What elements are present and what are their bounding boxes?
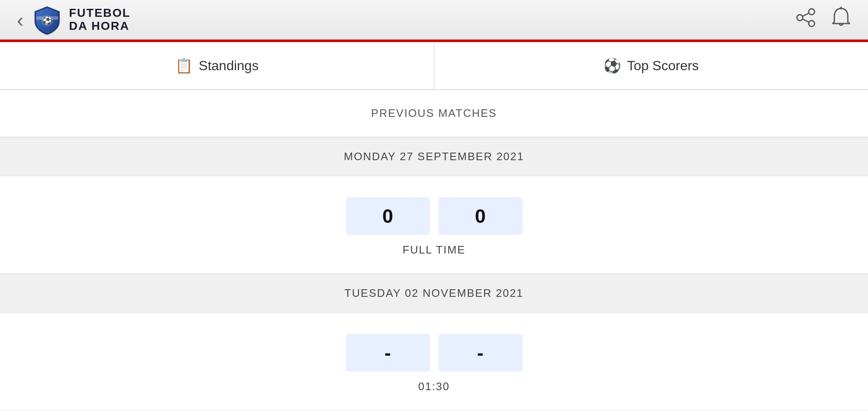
match-card-2[interactable]: - - 01:30: [0, 313, 868, 410]
score-home-value-1: 0: [382, 205, 393, 227]
score-home-value-2: -: [385, 341, 391, 364]
tab-standings[interactable]: 📋 Standings: [0, 42, 434, 89]
header-right: [796, 7, 851, 33]
section-label: PREVIOUS MATCHES: [371, 107, 497, 119]
match-status-value-2: 01:30: [418, 380, 450, 393]
standings-icon: 📋: [175, 57, 193, 74]
score-away-value-2: -: [477, 341, 483, 364]
logo-text: FUTEBOL DA HORA: [69, 7, 130, 33]
logo: ⚽ FUTEBOL DA HORA: [32, 5, 130, 35]
score-away-value-1: 0: [475, 205, 486, 227]
match-card-1[interactable]: 0 0 FULL TIME: [0, 176, 868, 274]
top-scorers-icon: ⚽: [603, 57, 621, 74]
score-away-2: -: [438, 334, 523, 372]
svg-text:⚽: ⚽: [42, 16, 52, 25]
tab-bar: 📋 Standings ⚽ Top Scorers: [0, 42, 868, 90]
tab-top-scorers-label: Top Scorers: [627, 58, 699, 74]
match-date-2: TUESDAY 02 NOVEMBER 2021: [0, 274, 868, 313]
tab-top-scorers[interactable]: ⚽ Top Scorers: [434, 42, 868, 89]
match-date-1: MONDAY 27 SEPTEMBER 2021: [0, 137, 868, 176]
share-icon[interactable]: [796, 8, 816, 32]
match-status-2: 01:30: [8, 380, 860, 393]
svg-line-5: [802, 13, 809, 16]
score-home-1: 0: [346, 197, 430, 235]
score-row-1: 0 0: [8, 197, 860, 235]
date-label-1: MONDAY 27 SEPTEMBER 2021: [344, 150, 524, 163]
logo-line1: FUTEBOL: [69, 7, 130, 20]
svg-point-4: [809, 21, 815, 26]
previous-matches-header: PREVIOUS MATCHES: [0, 90, 868, 137]
tab-standings-label: Standings: [199, 58, 258, 74]
score-away-1: 0: [438, 197, 523, 235]
score-row-2: - -: [8, 334, 860, 372]
date-label-2: TUESDAY 02 NOVEMBER 2021: [345, 287, 524, 299]
score-home-2: -: [346, 334, 430, 372]
svg-line-6: [802, 19, 809, 22]
back-button[interactable]: ‹: [17, 8, 24, 32]
match-status-1: FULL TIME: [8, 243, 860, 256]
header-left: ‹ ⚽ FUTEBOL DA: [17, 5, 130, 35]
svg-point-2: [809, 9, 815, 15]
app-header: ‹ ⚽ FUTEBOL DA: [0, 0, 868, 42]
match-status-value-1: FULL TIME: [403, 243, 465, 256]
logo-shield-icon: ⚽: [32, 5, 62, 35]
logo-line2: DA HORA: [69, 20, 130, 33]
bell-icon[interactable]: [831, 7, 851, 33]
svg-point-3: [797, 15, 803, 21]
